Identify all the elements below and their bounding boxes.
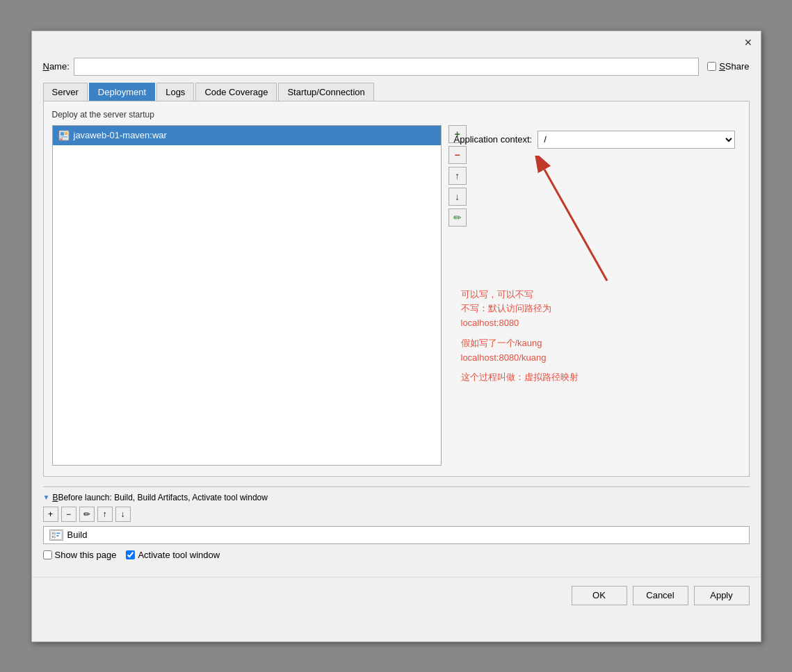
deploy-item[interactable]: W javaweb-01-maven:war xyxy=(53,126,441,145)
apply-button[interactable]: Apply xyxy=(694,586,750,605)
bl-edit-button[interactable]: ✏ xyxy=(79,507,95,522)
app-context-select[interactable]: / xyxy=(538,131,734,149)
annotation-text: 可以写，可以不写 不写：默认访问路径为 localhost:8080 假如写了一… xyxy=(461,288,579,441)
build-icon: 01 01 xyxy=(49,530,63,541)
main-dialog: ✕ Name: Tomcat 9 SShare Server Deploymen… xyxy=(31,31,761,642)
triangle-icon: ▼ xyxy=(43,493,50,501)
activate-tool-checkbox[interactable] xyxy=(126,550,135,559)
bottom-options: Show this page Activate tool window xyxy=(43,550,750,560)
title-bar: ✕ xyxy=(32,31,761,51)
share-area: SShare xyxy=(707,61,749,72)
name-row: Name: Tomcat 9 SShare xyxy=(43,58,750,76)
cancel-button[interactable]: Cancel xyxy=(633,586,688,605)
tabs-row: Server Deployment Logs Code Coverage Sta… xyxy=(43,83,750,101)
annotation-line5: 假如写了一个/kaung xyxy=(461,336,579,351)
deploy-item-name: javaweb-01-maven:war xyxy=(74,130,167,140)
name-input[interactable]: Tomcat 9 xyxy=(74,58,699,76)
content-area: Name: Tomcat 9 SShare Server Deployment … xyxy=(32,51,761,571)
before-launch-actions: + − ✏ ↑ ↓ xyxy=(43,507,750,522)
deploy-list: W javaweb-01-maven:war xyxy=(52,125,442,466)
svg-text:01: 01 xyxy=(51,535,56,539)
bl-up-button[interactable]: ↑ xyxy=(97,507,113,522)
before-launch-label: BBefore launch: Build, Build Artifacts, … xyxy=(52,493,268,502)
svg-rect-1 xyxy=(60,132,64,136)
svg-text:W: W xyxy=(60,138,63,141)
close-button[interactable]: ✕ xyxy=(741,35,755,49)
show-page-checkbox[interactable] xyxy=(43,550,52,559)
bl-add-button[interactable]: + xyxy=(43,507,58,522)
tab-startup-connection[interactable]: Startup/Connection xyxy=(278,83,373,101)
right-panel: Application context: / xyxy=(448,125,741,466)
tab-logs[interactable]: Logs xyxy=(156,83,194,101)
svg-rect-10 xyxy=(56,532,60,534)
deploy-area: W javaweb-01-maven:war + − ↑ ↓ ✏ xyxy=(52,125,741,466)
ok-button[interactable]: OK xyxy=(572,586,627,605)
activate-tool-option: Activate tool window xyxy=(126,550,220,560)
tab-deployment[interactable]: Deployment xyxy=(89,83,155,101)
annotation-line3: localhost:8080 xyxy=(461,316,579,331)
share-label: SShare xyxy=(719,61,749,72)
svg-rect-2 xyxy=(65,132,67,135)
svg-text:01: 01 xyxy=(51,532,56,535)
annotation-line8: 这个过程叫做：虚拟路径映射 xyxy=(461,370,579,385)
deploy-list-container: W javaweb-01-maven:war + − ↑ ↓ ✏ xyxy=(52,125,442,466)
name-label: Name: xyxy=(43,61,70,72)
deployment-panel: Deploy at the server startup xyxy=(43,101,750,477)
before-launch-header: ▼ BBefore launch: Build, Build Artifacts… xyxy=(43,493,750,502)
share-checkbox[interactable] xyxy=(707,62,716,71)
bl-down-button[interactable]: ↓ xyxy=(115,507,131,522)
annotation-line2: 不写：默认访问路径为 xyxy=(461,302,579,316)
tab-server[interactable]: Server xyxy=(43,83,88,101)
build-row: 01 01 Build xyxy=(43,526,750,544)
footer-buttons: OK Cancel Apply xyxy=(32,577,761,614)
build-label: Build xyxy=(67,530,88,540)
show-page-option: Show this page xyxy=(43,550,117,560)
svg-line-6 xyxy=(544,170,607,281)
annotation-container: 可以写，可以不写 不写：默认访问路径为 localhost:8080 假如写了一… xyxy=(454,149,735,441)
war-icon: W xyxy=(58,130,70,141)
deploy-section-label: Deploy at the server startup xyxy=(52,110,741,120)
annotation-line1: 可以写，可以不写 xyxy=(461,288,579,302)
before-launch-section: ▼ BBefore launch: Build, Build Artifacts… xyxy=(43,486,750,560)
show-page-label: Show this page xyxy=(55,550,117,560)
annotation-line6: localhost:8080/kuang xyxy=(461,351,579,366)
red-arrow-icon xyxy=(524,156,635,295)
app-context-label: Application context: xyxy=(454,134,533,145)
app-context-row: Application context: / xyxy=(454,131,735,149)
svg-rect-11 xyxy=(56,535,59,536)
bl-remove-button[interactable]: − xyxy=(61,507,76,522)
activate-tool-label: Activate tool window xyxy=(138,550,220,560)
tab-code-coverage[interactable]: Code Coverage xyxy=(195,83,277,101)
